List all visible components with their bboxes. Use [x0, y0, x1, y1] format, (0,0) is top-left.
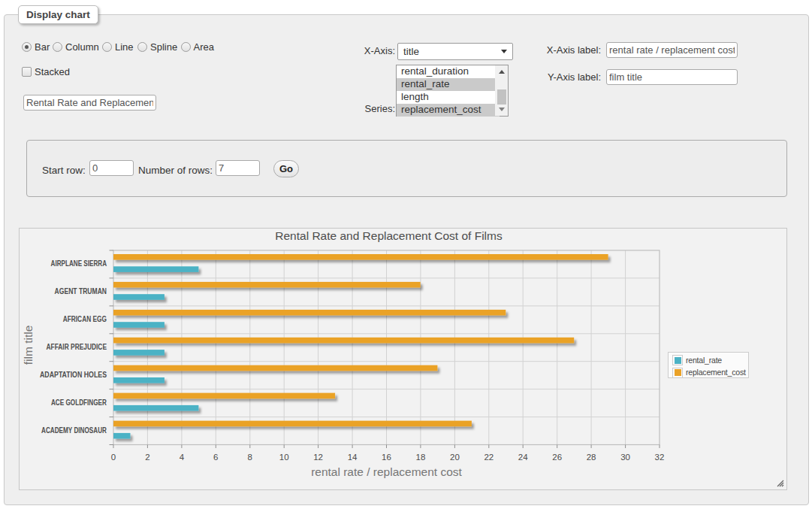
svg-text:AFRICAN EGG: AFRICAN EGG: [63, 314, 107, 323]
svg-text:26: 26: [552, 453, 562, 462]
svg-text:24: 24: [518, 453, 528, 462]
svg-text:16: 16: [382, 453, 391, 462]
svg-text:4: 4: [180, 453, 185, 462]
svg-text:12: 12: [313, 453, 323, 462]
svg-text:18: 18: [416, 453, 426, 462]
svg-text:AIRPLANE SIERRA: AIRPLANE SIERRA: [51, 259, 107, 268]
svg-text:30: 30: [620, 453, 630, 462]
svg-text:2: 2: [145, 453, 149, 462]
svg-text:AGENT TRUMAN: AGENT TRUMAN: [55, 286, 107, 295]
svg-text:10: 10: [279, 453, 289, 462]
svg-text:AFFAIR PREJUDICE: AFFAIR PREJUDICE: [47, 342, 107, 351]
svg-text:14: 14: [348, 453, 358, 462]
svg-text:0: 0: [111, 453, 116, 462]
svg-text:28: 28: [587, 453, 596, 462]
svg-text:ADAPTATION HOLES: ADAPTATION HOLES: [40, 370, 107, 379]
svg-text:8: 8: [248, 453, 252, 462]
svg-text:32: 32: [655, 453, 665, 462]
svg-text:ACADEMY DINOSAUR: ACADEMY DINOSAUR: [41, 426, 107, 435]
svg-text:20: 20: [450, 453, 460, 462]
svg-text:ACE GOLDFINGER: ACE GOLDFINGER: [51, 398, 107, 407]
svg-text:22: 22: [484, 453, 494, 462]
svg-text:6: 6: [213, 453, 218, 462]
